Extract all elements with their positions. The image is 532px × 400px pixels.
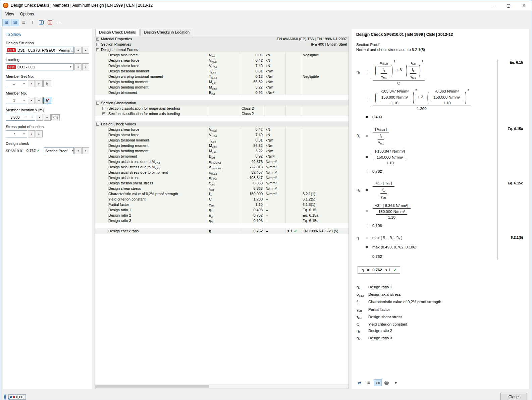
row-filter-icon[interactable]: ≔	[55, 19, 63, 26]
sort-rows-icon[interactable]: ≣	[20, 19, 28, 26]
result-values-red-icon[interactable]: 1	[46, 19, 54, 26]
location-next-button[interactable]: ►	[44, 114, 51, 121]
table-row[interactable]: Design torsional momentTt,Ed0.31kNm	[95, 68, 349, 74]
table-row[interactable]: Yield criterion constantC1.200--6.1.2(5)	[95, 196, 349, 202]
table-row[interactable]: +Section classification for major axis b…	[95, 106, 349, 111]
location-prev-button[interactable]: ◄	[36, 114, 43, 121]
table-row[interactable]: Design shear forceVy,Ed-0.42kN	[95, 58, 349, 63]
details-list-icon[interactable]: ≣	[365, 379, 373, 386]
table-row[interactable]: Design axial stress due to Mz,Edσx,Mz,Ed…	[95, 164, 349, 170]
table-row[interactable]: Design bending momentMy,Ed56.82kNm	[95, 143, 349, 148]
table-row[interactable]: Design ratio 3η30.106--Eq. 6.15c	[95, 218, 349, 223]
formula-display-icon[interactable]: x=	[374, 379, 382, 386]
stress-point-prev-button[interactable]: ◄	[28, 130, 35, 137]
design-situation-combo[interactable]: ULS DS1 - ULS (STR/GEO) - Perman... ▾	[6, 47, 74, 54]
member-combo[interactable]: 1 ▾	[6, 97, 27, 104]
member-set-combo[interactable]: -- ▾	[6, 80, 27, 87]
member-prev-button[interactable]: ◄	[28, 97, 35, 104]
table-row[interactable]: Design bimomentBEd0.92kNm²	[95, 154, 349, 159]
table-row[interactable]: Design torsion shear stressτt,Ed8.363N/m…	[95, 180, 349, 186]
table-group-row[interactable]: −Design Internal Forces	[95, 47, 349, 52]
member-set-prev-button[interactable]: ◄	[28, 80, 35, 87]
table-row[interactable]: Design torsional momentTt,Ed0.31kNm	[95, 137, 349, 143]
close-window-button[interactable]: ✕	[516, 0, 532, 10]
chevron-down-icon[interactable]: ▾	[22, 99, 26, 102]
table-row[interactable]: Design warping torsional momentTw,Ed0.12…	[95, 74, 349, 79]
expand-toggle-icon[interactable]: −	[96, 123, 99, 126]
stress-point-next-button[interactable]: ►	[36, 130, 43, 137]
jump-to-object-icon[interactable]: ⇄	[356, 379, 364, 386]
pick-member-set-button[interactable]	[43, 80, 51, 87]
table-row[interactable]: Design shear stressτEd-8.363N/mm²	[95, 186, 349, 191]
table-group-row[interactable]: +Material PropertiesEN AW-6060 (EP) T66 …	[95, 36, 349, 42]
loading-next-button[interactable]: ►	[82, 63, 89, 70]
table-group-row[interactable]: −Section Classification	[95, 100, 349, 106]
scrollbar-thumb[interactable]	[95, 385, 209, 388]
row-value: 0.762	[240, 228, 264, 234]
chevron-down-icon[interactable]: ▾	[22, 132, 26, 135]
print-options-caret-icon[interactable]: ▾	[392, 379, 400, 386]
result-values-blue-icon[interactable]: 1	[37, 19, 45, 26]
menu-options[interactable]: Options	[17, 11, 37, 17]
table-row[interactable]: Design bending momentMz,Ed3.22kNm	[95, 84, 349, 90]
maximize-button[interactable]: ▢	[501, 0, 516, 10]
expand-toggle-icon[interactable]: −	[96, 102, 99, 105]
expand-toggle-icon[interactable]: −	[96, 48, 99, 51]
table-row[interactable]: Design bending momentMz,Ed3.22kNm	[95, 148, 349, 154]
table-row[interactable]: Design axial forceNEd0.05kNNegligible	[95, 52, 349, 58]
help-search-button[interactable]	[4, 395, 6, 399]
units-settings-icon[interactable]: ⊤	[29, 19, 37, 26]
table-row[interactable]: Design shear forceVy,Ed0.42kN	[95, 127, 349, 132]
stress-point-combo[interactable]: 7 ▾	[6, 130, 27, 137]
design-situation-next-button[interactable]: ►	[82, 47, 89, 54]
tolerance-display[interactable]: 0,00	[8, 394, 26, 400]
chevron-down-icon[interactable]: ▾	[30, 116, 34, 119]
table-row[interactable]: +Section classification for minor axis b…	[95, 111, 349, 116]
pick-member-button[interactable]	[43, 97, 51, 104]
member-set-next-button[interactable]: ►	[36, 80, 43, 87]
table-group-row[interactable]: −Design Check Values	[95, 121, 349, 127]
table-row[interactable]: Partial factorγM11.10--6.1.3(1)	[95, 202, 349, 207]
design-check-next-button[interactable]: ►	[82, 147, 89, 154]
table-row[interactable]: Design shear forceVz,Ed7.49kN	[95, 63, 349, 68]
menu-view[interactable]: View	[2, 11, 17, 17]
row-value: 56.82	[240, 79, 264, 84]
design-check-prev-button[interactable]: ◄	[74, 147, 82, 154]
close-button[interactable]: Close	[500, 393, 527, 400]
table-row[interactable]: Design check ratioη0.762--≤ 1✓EN 1999-1-…	[95, 228, 349, 234]
print-icon[interactable]	[383, 379, 391, 386]
table-row[interactable]: Design ratio 1η10.493--Eq. 6.15	[95, 207, 349, 213]
horizontal-scrollbar[interactable]	[95, 385, 349, 389]
row-check	[286, 164, 301, 170]
table-row[interactable]: Design bending momentMy,Ed56.82kNm	[95, 79, 349, 84]
loading-prev-button[interactable]: ◄	[74, 63, 82, 70]
chevron-down-icon[interactable]: ▾	[70, 149, 74, 152]
relative-location-toggle[interactable]: x/x₀	[51, 114, 60, 120]
loading-combo[interactable]: ULS CO1 - LC1 ▾	[6, 63, 74, 70]
table-group-row[interactable]: +Section PropertiesIPE 400 | British Ste…	[95, 42, 349, 47]
tab-design-check-details[interactable]: Design Check Details	[95, 29, 140, 36]
design-situation-prev-button[interactable]: ◄	[74, 47, 82, 54]
tab-design-checks-in-location[interactable]: Design Checks in Location	[140, 29, 193, 36]
design-check-type-combo[interactable]: Section Proof... ▾	[44, 147, 74, 154]
minimize-button[interactable]: –	[485, 0, 501, 10]
chevron-down-icon[interactable]: ▾	[68, 65, 73, 68]
table-row[interactable]: Design axial stressσx,Ed-103.847N/mm²	[95, 175, 349, 180]
expand-toggle-icon[interactable]: +	[102, 112, 105, 115]
member-location-combo[interactable]: 3.500 ⊣ ▾	[6, 114, 35, 121]
table-row[interactable]: Design bimomentBEd0.92kNm²	[95, 90, 349, 95]
final-check-box: η = 0.762 ≤ 1 ✓	[358, 266, 400, 274]
member-next-button[interactable]: ►	[36, 97, 43, 104]
expand-toggle-icon[interactable]: +	[102, 107, 105, 110]
table-row[interactable]: Design axial stress due to My,Edσx,My,Ed…	[95, 159, 349, 164]
table-row[interactable]: Design ratio 2η20.762--Eq. 6.15a	[95, 213, 349, 218]
expand-toggle-icon[interactable]: +	[96, 38, 99, 41]
row-check	[286, 159, 301, 164]
table-row[interactable]: Characteristic value of 0,2% proof stren…	[95, 191, 349, 196]
table-row[interactable]: Design axial stress due to bimomentσw,Ed…	[95, 170, 349, 175]
expand-all-icon[interactable]: ⊞	[11, 19, 19, 26]
expand-toggle-icon[interactable]: +	[96, 43, 99, 46]
table-row[interactable]: Design shear forceVz,Ed7.49kN	[95, 132, 349, 137]
chevron-down-icon[interactable]: ▾	[22, 82, 26, 85]
collapse-all-icon[interactable]: ⊟	[2, 19, 10, 26]
